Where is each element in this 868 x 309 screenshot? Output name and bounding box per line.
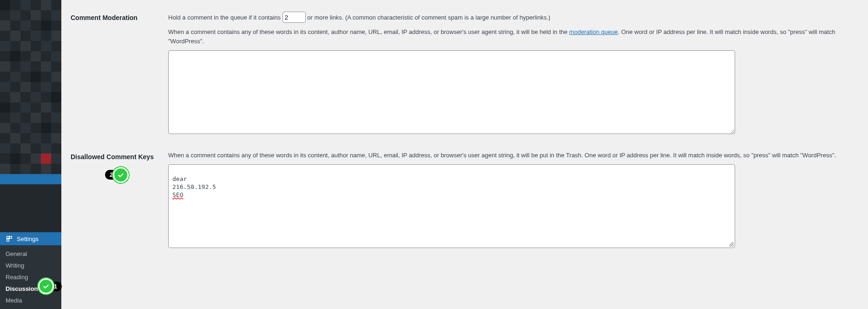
settings-content: Comment Moderation Hold a comment in the… bbox=[61, 0, 868, 309]
settings-icon bbox=[5, 235, 14, 242]
moderation-links-input[interactable] bbox=[283, 12, 306, 23]
submenu-item-writing[interactable]: Writing bbox=[0, 260, 61, 271]
sidebar-obscured-area bbox=[0, 0, 61, 232]
submenu-item-reading[interactable]: Reading bbox=[0, 271, 61, 283]
submenu-item-general[interactable]: General bbox=[0, 248, 61, 260]
sidebar-item-settings[interactable]: Settings bbox=[0, 232, 61, 245]
submenu-item-media[interactable]: Media bbox=[0, 295, 61, 306]
resize-handle-icon[interactable] bbox=[729, 242, 734, 247]
moderation-desc: When a comment contains any of these wor… bbox=[168, 27, 854, 46]
svg-rect-2 bbox=[7, 239, 9, 242]
submenu-item-discussion[interactable]: Discussion 1 bbox=[0, 283, 61, 295]
moderation-keys-textarea[interactable] bbox=[168, 50, 735, 134]
svg-rect-1 bbox=[10, 236, 12, 239]
disallowed-keys-textarea[interactable]: dear 216.58.192.5 SEO bbox=[168, 164, 735, 248]
disallowed-keys-heading: Disallowed Comment Keys bbox=[71, 153, 154, 161]
moderation-links-row: Hold a comment in the queue if it contai… bbox=[168, 12, 854, 23]
svg-rect-0 bbox=[7, 236, 9, 239]
comment-moderation-heading: Comment Moderation bbox=[71, 5, 164, 144]
settings-submenu: General Writing Reading Discussion 1 Med… bbox=[0, 245, 61, 309]
admin-sidebar: Settings General Writing Reading Discuss… bbox=[0, 0, 61, 309]
disallowed-desc: When a comment contains any of these wor… bbox=[168, 151, 854, 160]
sidebar-item-label: Settings bbox=[17, 235, 39, 242]
annotation-2: 2 bbox=[105, 167, 133, 183]
moderation-queue-link[interactable]: moderation queue bbox=[569, 28, 618, 35]
